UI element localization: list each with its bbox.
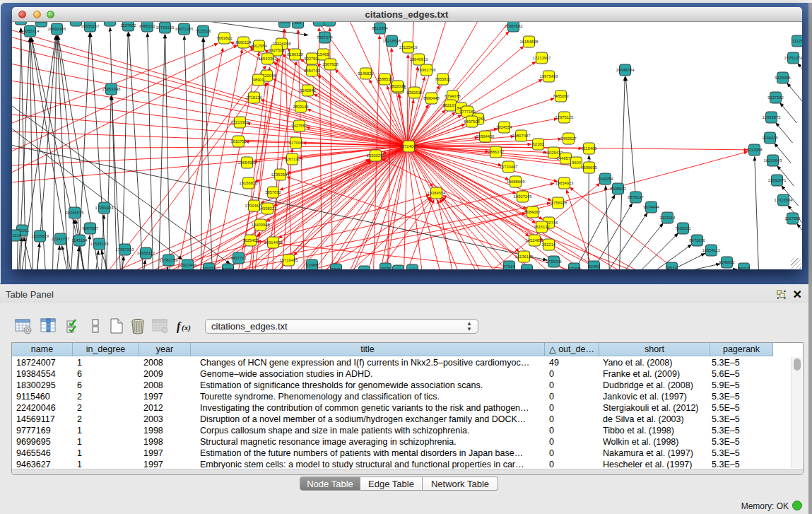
svg-text:10719155: 10719155 xyxy=(155,25,174,30)
svg-text:5546: 5546 xyxy=(331,267,341,269)
svg-text:19166825: 19166825 xyxy=(239,181,257,185)
svg-text:1244415: 1244415 xyxy=(762,136,778,140)
svg-text:8660124: 8660124 xyxy=(235,40,252,45)
svg-text:2933114: 2933114 xyxy=(659,216,676,220)
svg-text:8454749: 8454749 xyxy=(304,69,320,73)
svg-text:8990448: 8990448 xyxy=(423,96,440,100)
svg-text:19654923: 19654923 xyxy=(555,181,573,185)
svg-text:8213958: 8213958 xyxy=(746,148,763,152)
svg-text:16543362: 16543362 xyxy=(258,57,276,61)
svg-text:1615132: 1615132 xyxy=(534,225,550,229)
svg-text:16033: 16033 xyxy=(278,22,290,24)
svg-text:16036: 16036 xyxy=(406,268,418,269)
svg-text:20364436: 20364436 xyxy=(476,134,494,139)
svg-text:9699695: 9699695 xyxy=(581,165,597,170)
svg-text:18640910: 18640910 xyxy=(409,57,428,62)
svg-text:7625402: 7625402 xyxy=(242,238,259,243)
svg-text:15300293: 15300293 xyxy=(366,153,384,158)
svg-text:1145194: 1145194 xyxy=(71,238,88,243)
svg-text:809: 809 xyxy=(294,22,301,25)
svg-text:14958117: 14958117 xyxy=(136,251,154,255)
svg-text:11125: 11125 xyxy=(792,39,801,43)
svg-text:47514: 47514 xyxy=(503,264,515,269)
svg-text:7886372: 7886372 xyxy=(488,150,504,154)
svg-text:92450: 92450 xyxy=(588,264,599,269)
svg-text:10807487: 10807487 xyxy=(512,134,530,138)
svg-text:12923446: 12923446 xyxy=(178,263,196,267)
svg-text:2718126: 2718126 xyxy=(246,95,262,100)
svg-text:15716485: 15716485 xyxy=(279,258,298,262)
svg-text:7485063: 7485063 xyxy=(553,94,569,98)
svg-text:25053346: 25053346 xyxy=(102,87,120,91)
svg-text:18409948: 18409948 xyxy=(251,223,269,227)
svg-text:f: f xyxy=(177,320,182,333)
svg-text:9327503: 9327503 xyxy=(269,48,285,52)
svg-text:10036: 10036 xyxy=(521,268,532,269)
svg-text:16914479: 16914479 xyxy=(264,240,282,245)
svg-text:9084067: 9084067 xyxy=(524,210,541,214)
svg-text:7515526: 7515526 xyxy=(195,29,211,33)
svg-text:83731: 83731 xyxy=(222,267,233,269)
svg-text:9604: 9604 xyxy=(572,160,582,165)
svg-text:1610755: 1610755 xyxy=(230,139,247,144)
svg-text:1167533: 1167533 xyxy=(784,216,800,221)
svg-text:3267130: 3267130 xyxy=(284,157,300,161)
svg-text:2803144: 2803144 xyxy=(293,105,309,109)
svg-text:8471676: 8471676 xyxy=(689,238,705,243)
svg-text:9242843: 9242843 xyxy=(300,88,316,93)
svg-text:14938222: 14938222 xyxy=(258,206,276,211)
svg-text:7632621: 7632621 xyxy=(675,226,691,230)
svg-text:18307249: 18307249 xyxy=(513,194,531,199)
svg-text:12988: 12988 xyxy=(306,263,317,267)
svg-text:9329966: 9329966 xyxy=(775,76,791,80)
svg-text:9146821: 9146821 xyxy=(358,71,374,76)
svg-text:6466161: 6466161 xyxy=(139,24,155,28)
svg-text:9245052: 9245052 xyxy=(719,260,735,264)
svg-text:20206575: 20206575 xyxy=(65,211,83,215)
svg-text:109233: 109233 xyxy=(201,267,215,269)
svg-text:98901: 98901 xyxy=(252,78,264,82)
svg-text:17359924: 17359924 xyxy=(95,206,114,210)
svg-text:1362615: 1362615 xyxy=(406,90,423,95)
svg-text:6497508: 6497508 xyxy=(464,119,480,124)
svg-text:6794078: 6794078 xyxy=(445,94,461,98)
svg-text:3822037: 3822037 xyxy=(389,84,406,88)
svg-text:20387682: 20387682 xyxy=(504,24,522,28)
svg-text:9427552: 9427552 xyxy=(291,124,307,128)
svg-text:9457791: 9457791 xyxy=(230,256,247,260)
svg-text:20691406: 20691406 xyxy=(47,27,66,31)
svg-text:9227342: 9227342 xyxy=(767,95,784,100)
svg-text:13125419: 13125419 xyxy=(399,45,417,49)
svg-text:417006: 417006 xyxy=(288,141,302,145)
svg-text:16961758: 16961758 xyxy=(417,68,435,72)
svg-text:14055714: 14055714 xyxy=(20,29,40,33)
svg-text:16210643: 16210643 xyxy=(763,158,782,163)
svg-text:6879197: 6879197 xyxy=(628,195,644,199)
svg-text:18724007: 18724007 xyxy=(399,144,418,148)
svg-text:8912954: 8912954 xyxy=(251,44,267,48)
svg-text:10688609: 10688609 xyxy=(506,180,524,184)
svg-text:(x): (x) xyxy=(182,323,191,332)
svg-text:19756928: 19756928 xyxy=(548,201,567,205)
svg-text:20091: 20091 xyxy=(35,22,47,23)
svg-text:9115460: 9115460 xyxy=(581,146,596,151)
svg-text:12093872: 12093872 xyxy=(762,115,780,119)
svg-text:391510: 391510 xyxy=(12,233,21,238)
svg-text:12213369: 12213369 xyxy=(230,120,249,124)
svg-text:7663822: 7663822 xyxy=(216,36,233,40)
svg-text:11156829: 11156829 xyxy=(31,234,49,238)
svg-text:1640954: 1640954 xyxy=(597,177,613,181)
svg-text:16154838: 16154838 xyxy=(519,40,538,44)
svg-text:19654982: 19654982 xyxy=(237,160,256,165)
svg-text:18114: 18114 xyxy=(666,266,677,269)
svg-text:9997587: 9997587 xyxy=(82,226,98,230)
svg-text:12975125: 12975125 xyxy=(555,115,573,119)
svg-text:86210: 86210 xyxy=(738,267,749,269)
svg-text:8813054: 8813054 xyxy=(372,26,388,30)
svg-text:14524851: 14524851 xyxy=(525,238,543,243)
svg-text:10877: 10877 xyxy=(70,22,81,23)
svg-text:2367608: 2367608 xyxy=(322,62,339,66)
svg-text:9463627: 9463627 xyxy=(560,136,577,141)
svg-text:8938923: 8938923 xyxy=(610,187,626,191)
svg-text:12213967: 12213967 xyxy=(532,56,551,60)
